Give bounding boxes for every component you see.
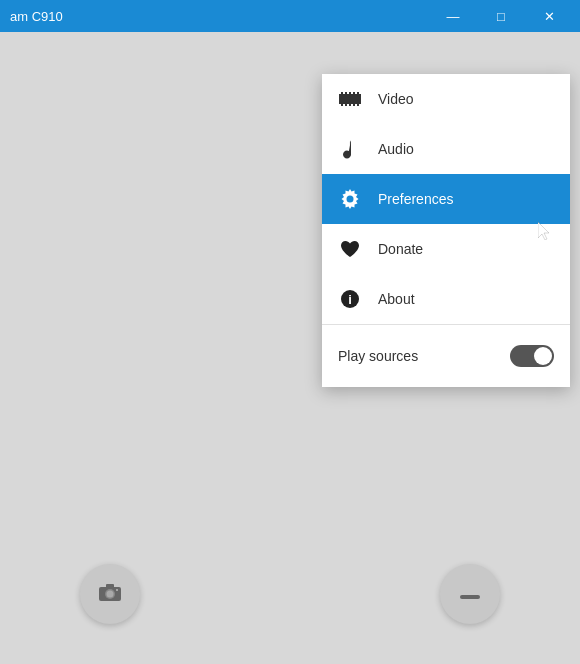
svg-rect-21 (106, 584, 114, 588)
window-controls: — □ ✕ (430, 0, 572, 32)
menu-label-preferences: Preferences (378, 191, 453, 207)
menu-label-video: Video (378, 91, 414, 107)
svg-text:♩: ♩ (344, 138, 353, 160)
menu-label-donate: Donate (378, 241, 423, 257)
svg-rect-6 (353, 92, 355, 94)
svg-rect-12 (357, 104, 359, 106)
dropdown-menu: Video ♩ Audio Preferences (322, 74, 570, 387)
gear-icon (338, 187, 362, 211)
menu-label-audio: Audio (378, 141, 414, 157)
svg-rect-8 (341, 104, 343, 106)
play-sources-toggle[interactable] (510, 345, 554, 367)
camera-icon (98, 582, 122, 606)
menu-item-about[interactable]: i About (322, 274, 570, 324)
svg-rect-7 (357, 92, 359, 94)
svg-point-15 (347, 196, 354, 203)
menu-item-video[interactable]: Video (322, 74, 570, 124)
svg-rect-23 (460, 595, 480, 599)
bottom-buttons (0, 564, 580, 624)
svg-point-22 (116, 589, 118, 591)
svg-rect-9 (345, 104, 347, 106)
svg-rect-3 (341, 92, 343, 94)
play-sources-section: Play sources (322, 325, 570, 387)
minus-button[interactable] (440, 564, 500, 624)
minus-icon (460, 585, 480, 603)
svg-text:i: i (348, 292, 352, 307)
film-icon (338, 87, 362, 111)
menu-item-donate[interactable]: Donate (322, 224, 570, 274)
heart-icon (338, 237, 362, 261)
menu-item-preferences[interactable]: Preferences (322, 174, 570, 224)
maximize-button[interactable]: □ (478, 0, 524, 32)
menu-label-about: About (378, 291, 415, 307)
svg-rect-4 (345, 92, 347, 94)
title-bar: am C910 — □ ✕ (0, 0, 580, 32)
main-area: Video ♩ Audio Preferences (0, 32, 580, 664)
svg-rect-11 (353, 104, 355, 106)
svg-point-20 (107, 591, 114, 598)
camera-button[interactable] (80, 564, 140, 624)
music-note-icon: ♩ (338, 137, 362, 161)
menu-item-audio[interactable]: ♩ Audio (322, 124, 570, 174)
minimize-button[interactable]: — (430, 0, 476, 32)
play-sources-label: Play sources (338, 348, 418, 364)
info-icon: i (338, 287, 362, 311)
svg-rect-5 (349, 92, 351, 94)
svg-rect-10 (349, 104, 351, 106)
toggle-knob (534, 347, 552, 365)
close-button[interactable]: ✕ (526, 0, 572, 32)
app-title: am C910 (10, 9, 63, 24)
